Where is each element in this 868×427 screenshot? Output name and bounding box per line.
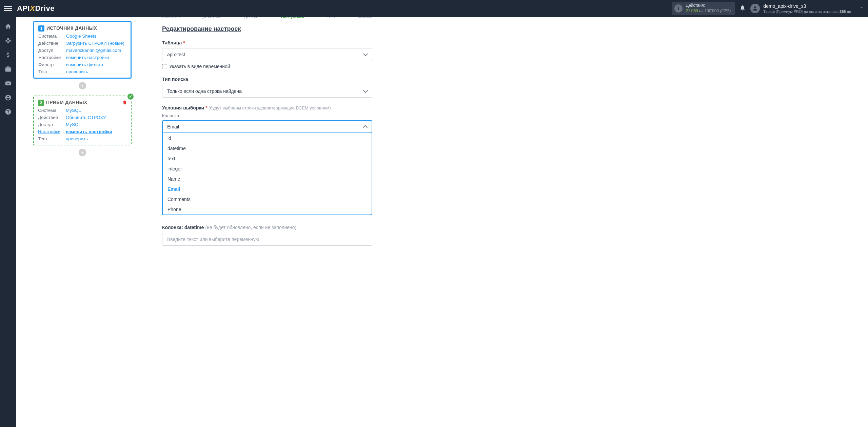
as-variable-checkbox[interactable]: Указать в виде переменной [162,64,372,69]
source-action-label: Действие [38,41,66,46]
actions-used: 22'060 [686,8,698,13]
column-option[interactable]: id [163,133,372,143]
step-settings[interactable]: Настройки [281,17,304,19]
source-card[interactable]: 1ИСТОЧНИК ДАННЫХ СистемаGoogle Sheets Де… [33,21,132,79]
check-icon [127,93,134,100]
column-dropdown[interactable]: iddatetimetextintegerNameEmailCommentsPh… [162,133,372,215]
form-title: Редактирование настроек [162,25,372,33]
dest-system-value[interactable]: MySQL [66,108,81,113]
username: demo_apix-drive_s3 [763,3,851,9]
user-icon[interactable] [5,94,12,101]
video-icon[interactable] [5,80,12,87]
source-settings-label: Настройки [38,55,66,60]
search-type-select[interactable]: Только если одна строка найдена [162,85,372,98]
tariff-prefix: Тариф |Премиум PRO| до оплаты осталось [763,9,840,14]
column-select[interactable]: Email [162,120,372,133]
dest-access-value[interactable]: MySQL [66,122,81,127]
actions-text: Действия: 22'060 из 100'000 (22%) [686,3,731,14]
nav-rail [0,17,16,427]
source-settings-value[interactable]: изменить настройки [66,55,109,60]
info-icon: i [674,4,683,13]
dest-test-label: Тест [38,136,66,141]
step-finish[interactable]: Финиш [358,17,372,19]
dest-badge: 2 [38,100,44,106]
as-variable-label: Указать в виде переменной [169,64,230,69]
main-content: Система Действие Доступ Настройки Тест Ф… [149,17,868,427]
pipeline-sidebar: 1ИСТОЧНИК ДАННЫХ СистемаGoogle Sheets Де… [16,17,149,427]
home-icon[interactable] [5,23,12,30]
source-test-value[interactable]: проверить [66,69,88,74]
add-after-button[interactable]: + [79,149,86,156]
source-badge: 1 [38,25,44,32]
chevron-down-icon [859,5,864,11]
source-filter-label: Фильтр [38,62,66,67]
dest-card[interactable]: 2ПРИЕМ ДАННЫХ СистемаMySQL ДействиеОбнов… [33,96,132,145]
tariff-suffix: дн [846,9,851,14]
source-system-value[interactable]: Google Sheets [66,34,96,39]
search-type-label: Тип поиска [162,77,372,82]
billing-icon[interactable] [5,52,12,58]
column-option[interactable]: Comments [163,194,372,204]
briefcase-icon[interactable] [5,66,12,73]
user-menu[interactable]: demo_apix-drive_s3 Тариф |Премиум PRO| д… [750,3,864,14]
source-test-label: Тест [38,69,66,74]
help-icon[interactable] [5,108,12,115]
actions-counter[interactable]: i Действия: 22'060 из 100'000 (22%) [672,2,735,15]
source-title: ИСТОЧНИК ДАННЫХ [46,25,97,31]
dest-system-label: Система [38,108,66,113]
step-system[interactable]: Система [162,17,180,19]
table-select[interactable]: apix-test [162,48,372,61]
bell-icon[interactable] [739,5,746,13]
logo[interactable]: APIXDrive [17,4,55,13]
column-option[interactable]: integer [163,164,372,174]
delete-icon[interactable] [122,100,127,106]
column-option[interactable]: Email [163,184,372,194]
column-option[interactable]: Name [163,174,372,184]
add-between-button[interactable]: + [79,82,86,89]
column-sublabel: Колонка [162,113,372,118]
dest-settings-label: Настройки [38,129,66,134]
source-filter-value[interactable]: изменить фильтр [66,62,103,67]
dest-test-value[interactable]: проверить [66,136,88,141]
logo-x: X [30,4,35,13]
avatar-icon [750,4,760,13]
column-option[interactable]: Phone [163,204,372,215]
menu-icon[interactable] [4,4,12,13]
as-variable-input[interactable] [162,64,167,69]
column-option[interactable]: text [163,154,372,164]
col-datetime-label: Колонка: datetime (не будет обновлено, е… [162,225,296,230]
source-action-value[interactable]: Загрузить СТРОКИ (новые) [66,41,124,46]
actions-of: из [698,8,705,13]
dest-action-label: Действие [38,115,66,120]
logo-drive: Drive [35,4,55,13]
logo-api: API [17,4,30,13]
column-option[interactable]: datetime [163,143,372,154]
step-access[interactable]: Доступ [244,17,258,19]
conditions-label: Условия выборки * (будут выбраны строки … [162,105,372,110]
actions-label: Действия: [686,3,731,8]
dest-action-value[interactable]: Обновить СТРОКУ [66,115,106,120]
source-access-label: Доступ [38,48,66,53]
source-access-value[interactable]: maverickandrii@gmail.com [66,48,121,53]
wizard-steps: Система Действие Доступ Настройки Тест Ф… [162,17,372,19]
dest-settings-value[interactable]: изменить настройки [66,129,112,134]
user-text: demo_apix-drive_s3 Тариф |Премиум PRO| д… [763,3,851,14]
connections-icon[interactable] [5,37,12,44]
app-header: APIXDrive i Действия: 22'060 из 100'000 … [0,0,868,17]
actions-total: 100'000 [705,8,719,13]
col-datetime-input[interactable] [162,233,372,246]
step-test[interactable]: Тест [327,17,336,19]
dest-title: ПРИЕМ ДАННЫХ [46,100,87,105]
step-action[interactable]: Действие [202,17,221,19]
tariff-days: 255 [840,9,846,14]
actions-pct: (22%) [719,8,731,13]
source-system-label: Система [38,34,66,39]
table-label: Таблица * [162,40,372,45]
dest-access-label: Доступ [38,122,66,127]
